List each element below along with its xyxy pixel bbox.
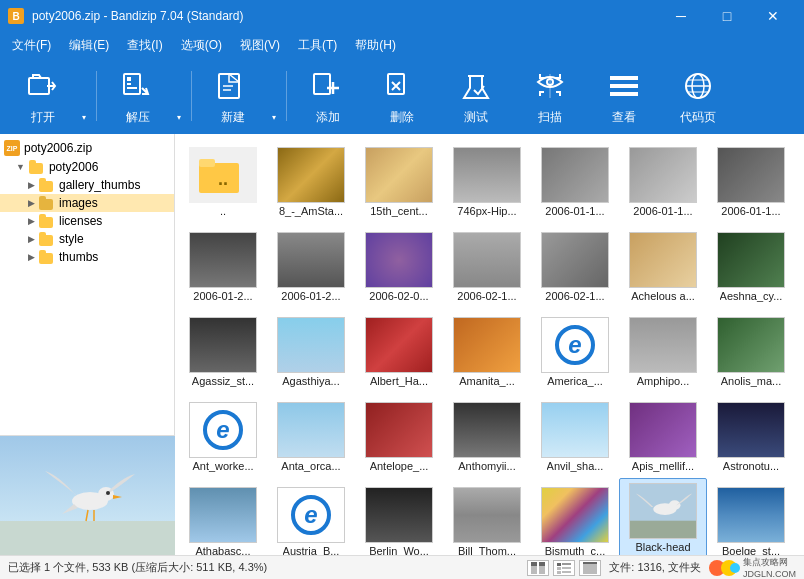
svg-rect-38 — [562, 563, 571, 565]
file-item-25[interactable]: Apis_mellif... — [619, 393, 707, 478]
file-item-10[interactable]: 2006-02-1... — [531, 223, 619, 308]
file-item-29[interactable]: Berlin_Wo... — [355, 478, 443, 555]
sidebar-item-images[interactable]: ▶ images — [0, 194, 174, 212]
toolbar-test-button[interactable]: 测试 — [441, 62, 511, 130]
sidebar-preview — [0, 435, 175, 555]
file-item-20[interactable]: Ant_worke... — [179, 393, 267, 478]
toolbar-view-button[interactable]: 查看 — [589, 62, 659, 130]
list-view-button[interactable] — [527, 560, 549, 576]
file-item-8[interactable]: 2006-02-0... — [355, 223, 443, 308]
new-dropdown-arrow[interactable]: ▾ — [268, 62, 280, 130]
ie-icon-20 — [203, 410, 243, 450]
file-item-5[interactable]: 2006-01-1... — [707, 138, 795, 223]
menu-options[interactable]: 选项(O) — [173, 34, 230, 57]
file-item-0[interactable]: 8_-_AmSta... — [267, 138, 355, 223]
file-name-24: Anvil_sha... — [547, 460, 604, 473]
file-name-23: Anthomyii... — [458, 460, 515, 473]
file-item-23[interactable]: Anthomyii... — [443, 393, 531, 478]
detail-view-button[interactable] — [553, 560, 575, 576]
file-item-21[interactable]: Anta_orca... — [267, 393, 355, 478]
folder-icon-5 — [39, 232, 55, 246]
menu-edit[interactable]: 编辑(E) — [61, 34, 117, 57]
toolbar-codepage-button[interactable]: 代码页 — [663, 62, 733, 130]
svg-rect-2 — [29, 78, 49, 94]
thumb-5 — [717, 147, 785, 203]
file-item-18[interactable]: Amphipo... — [619, 308, 707, 393]
file-name-27: Athabasc... — [195, 545, 250, 555]
toolbar-extract-button[interactable]: 解压 — [103, 62, 173, 130]
menu-view[interactable]: 视图(V) — [232, 34, 288, 57]
file-name-13: Agassiz_st... — [192, 375, 254, 388]
sidebar-zip-label: poty2006.zip — [24, 141, 92, 155]
menu-tools[interactable]: 工具(T) — [290, 34, 345, 57]
toolbar-scan-button[interactable]: 扫描 — [515, 62, 585, 130]
file-item-17[interactable]: America_... — [531, 308, 619, 393]
file-name-16: Amanita_... — [459, 375, 515, 388]
file-item-11[interactable]: Achelous a... — [619, 223, 707, 308]
thumb-2 — [453, 147, 521, 203]
file-item-22[interactable]: Antelope_... — [355, 393, 443, 478]
file-name-6: 2006-01-2... — [193, 290, 252, 303]
sidebar-item-licenses[interactable]: ▶ licenses — [0, 212, 174, 230]
thumb-14 — [277, 317, 345, 373]
file-item-19[interactable]: Anolis_ma... — [707, 308, 795, 393]
minimize-button[interactable]: ─ — [658, 0, 704, 32]
file-item-15[interactable]: Albert_Ha... — [355, 308, 443, 393]
sidebar-item-zip[interactable]: ZIP poty2006.zip — [0, 138, 174, 158]
thumb-1 — [365, 147, 433, 203]
file-item-parent[interactable]: .. .. — [179, 138, 267, 223]
file-item-31[interactable]: Bismuth_c... — [531, 478, 619, 555]
thumb-28 — [277, 487, 345, 543]
file-name-7: 2006-01-2... — [281, 290, 340, 303]
extract-dropdown-arrow[interactable]: ▾ — [173, 62, 185, 130]
thumb-3 — [541, 147, 609, 203]
menu-help[interactable]: 帮助(H) — [347, 34, 404, 57]
file-item-16[interactable]: Amanita_... — [443, 308, 531, 393]
menu-file[interactable]: 文件(F) — [4, 34, 59, 57]
logo-area: 集点攻略网JDGLN.COM — [709, 556, 796, 579]
sidebar-item-style[interactable]: ▶ style — [0, 230, 174, 248]
file-item-7[interactable]: 2006-01-2... — [267, 223, 355, 308]
toolbar-open-button[interactable]: 打开 — [8, 62, 78, 130]
sidebar-item-poty2006[interactable]: ▼ poty2006 — [0, 158, 174, 176]
expand-icon-5: ▶ — [28, 234, 35, 244]
open-dropdown-arrow[interactable]: ▾ — [78, 62, 90, 130]
file-item-9[interactable]: 2006-02-1... — [443, 223, 531, 308]
toolbar-delete-button[interactable]: 删除 — [367, 62, 437, 130]
maximize-button[interactable]: □ — [704, 0, 750, 32]
file-item-4[interactable]: 2006-01-1... — [619, 138, 707, 223]
expand-icon-2: ▶ — [28, 180, 35, 190]
file-item-2[interactable]: 746px-Hip... — [443, 138, 531, 223]
file-item-13[interactable]: Agassiz_st... — [179, 308, 267, 393]
folder-icon-4 — [39, 214, 55, 228]
sidebar-item-gallery-thumbs[interactable]: ▶ gallery_thumbs — [0, 176, 174, 194]
file-item-28[interactable]: Austria_B... — [267, 478, 355, 555]
toolbar-add-button[interactable]: 添加 — [293, 62, 363, 130]
file-item-14[interactable]: Agasthiya... — [267, 308, 355, 393]
file-item-1[interactable]: 15th_cent... — [355, 138, 443, 223]
thumb-view-button[interactable] — [579, 560, 601, 576]
menu-find[interactable]: 查找(I) — [119, 34, 170, 57]
svg-rect-28 — [630, 521, 696, 538]
file-name-26: Astronotu... — [723, 460, 779, 473]
close-button[interactable]: ✕ — [750, 0, 796, 32]
file-item-24[interactable]: Anvil_sha... — [531, 393, 619, 478]
thumb-19 — [717, 317, 785, 373]
sidebar-item-thumbs[interactable]: ▶ thumbs — [0, 248, 174, 266]
file-item-33[interactable]: Boelge_st... — [707, 478, 795, 555]
file-item-6[interactable]: 2006-01-2... — [179, 223, 267, 308]
sidebar-licenses-label: licenses — [59, 214, 102, 228]
toolbar-new-button[interactable]: 新建 — [198, 62, 268, 130]
file-item-27[interactable]: Athabasc... — [179, 478, 267, 555]
file-item-3[interactable]: 2006-01-1... — [531, 138, 619, 223]
file-item-30[interactable]: Bill_Thom... — [443, 478, 531, 555]
file-item-26[interactable]: Astronotu... — [707, 393, 795, 478]
file-name-9: 2006-02-1... — [457, 290, 516, 303]
file-item-12[interactable]: Aeshna_cy... — [707, 223, 795, 308]
file-name-0: 8_-_AmSta... — [279, 205, 343, 218]
ie-icon-17 — [555, 325, 595, 365]
file-name-5: 2006-01-1... — [721, 205, 780, 218]
svg-rect-41 — [557, 571, 561, 574]
parent-name: .. — [220, 205, 226, 218]
file-item-32[interactable]: Black-headed_Gull_-_St... — [619, 478, 707, 555]
